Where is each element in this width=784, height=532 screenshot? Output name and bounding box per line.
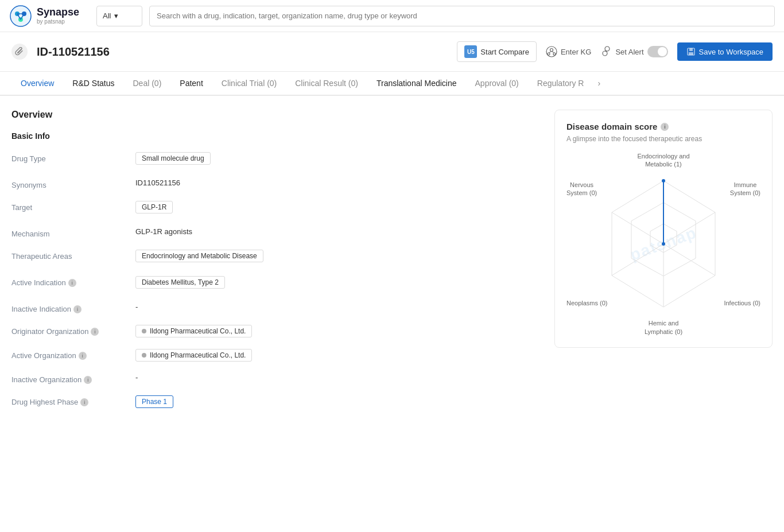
therapeutic-areas-row: Therapeutic Areas Endocrinology and Meta… <box>11 250 541 265</box>
set-alert-toggle[interactable] <box>647 46 668 57</box>
disease-domain-title: Disease domain score i <box>566 122 760 131</box>
active-indication-info-icon[interactable]: i <box>68 279 76 287</box>
inactive-org-info-icon[interactable]: i <box>84 376 92 384</box>
therapeutic-areas-value: Endocrinology and Metabolic Disease <box>135 250 541 265</box>
navbar: Synapse by patsnap All ▾ <box>0 0 784 32</box>
mechanism-value: GLP-1R agonists <box>135 227 541 236</box>
disease-domain-subtitle: A glimpse into the focused therapeutic a… <box>566 135 760 143</box>
enter-kg-label: Enter KG <box>561 48 591 56</box>
originator-org-row: Originator Organization i Ildong Pharmac… <box>11 325 541 337</box>
search-dropdown-value: All <box>103 11 111 20</box>
kg-icon <box>546 46 557 57</box>
search-input[interactable] <box>149 6 775 26</box>
radar-chart-container: patsnap <box>566 152 760 336</box>
inactive-indication-value: - <box>135 302 541 311</box>
logo-area: Synapse by patsnap <box>9 5 90 28</box>
active-org-info-icon[interactable]: i <box>79 352 87 360</box>
synonyms-row: Synonyms ID110521156 <box>11 178 541 189</box>
active-org-label: Active Organization i <box>11 349 126 360</box>
tab-clinical-trial[interactable]: Clinical Trial (0) <box>212 72 286 96</box>
main-content: Overview Basic Info Drug Type Small mole… <box>0 96 784 436</box>
phase-tag: Phase 1 <box>135 395 173 408</box>
active-org-tag: Ildong Pharmaceutical Co., Ltd. <box>135 349 252 362</box>
originator-org-value: Ildong Pharmaceutical Co., Ltd. <box>135 325 541 337</box>
radar-chart <box>583 164 744 324</box>
paperclip-icon <box>15 47 24 56</box>
tab-rnd-status[interactable]: R&D Status <box>63 72 123 96</box>
active-indication-row: Active Indication i Diabetes Mellitus, T… <box>11 276 541 291</box>
tab-clinical-result[interactable]: Clinical Result (0) <box>286 72 367 96</box>
enter-kg-button[interactable]: Enter KG <box>546 46 591 57</box>
target-tag: GLP-1R <box>135 201 173 213</box>
search-dropdown[interactable]: All ▾ <box>96 6 142 26</box>
tab-overview[interactable]: Overview <box>11 72 63 96</box>
tab-approval[interactable]: Approval (0) <box>466 72 528 96</box>
disease-domain-info-icon[interactable]: i <box>661 123 669 131</box>
svg-point-0 <box>10 6 31 26</box>
inactive-org-label: Inactive Organization i <box>11 373 126 384</box>
logo-name: Synapse <box>37 7 79 18</box>
org-dot <box>142 329 146 333</box>
originator-org-tag: Ildong Pharmaceutical Co., Ltd. <box>135 325 252 337</box>
target-label: Target <box>11 201 126 212</box>
originator-org-info-icon[interactable]: i <box>91 328 99 336</box>
therapeutic-areas-tag: Endocrinology and Metabolic Disease <box>135 250 263 262</box>
svg-point-8 <box>550 49 553 52</box>
svg-point-28 <box>662 179 665 182</box>
drug-highest-phase-row: Drug Highest Phase i Phase 1 <box>11 395 541 410</box>
drug-type-row: Drug Type Small molecule drug <box>11 152 541 167</box>
drug-actions: U5 Start Compare Enter KG Set Alert <box>457 41 773 62</box>
drug-highest-phase-label: Drug Highest Phase i <box>11 395 126 406</box>
logo-byline: by patsnap <box>37 18 79 25</box>
drug-type-value: Small molecule drug <box>135 152 541 167</box>
overview-section-title: Overview <box>11 110 541 120</box>
drug-id-text: ID-110521156 <box>37 45 110 59</box>
start-compare-button[interactable]: U5 Start Compare <box>457 41 537 62</box>
start-compare-label: Start Compare <box>480 48 529 56</box>
drug-header: ID-110521156 U5 Start Compare Enter KG <box>0 32 784 72</box>
synapse-logo-icon <box>9 5 32 28</box>
set-alert-label: Set Alert <box>615 48 643 56</box>
target-row: Target GLP-1R <box>11 201 541 216</box>
drug-type-tag: Small molecule drug <box>135 152 211 165</box>
right-panel: Disease domain score i A glimpse into th… <box>554 110 773 422</box>
drug-highest-phase-value: Phase 1 <box>135 395 541 410</box>
active-indication-label: Active Indication i <box>11 276 126 287</box>
left-panel: Overview Basic Info Drug Type Small mole… <box>11 110 541 422</box>
active-indication-value: Diabetes Mellitus, Type 2 <box>135 276 541 291</box>
therapeutic-areas-label: Therapeutic Areas <box>11 250 126 261</box>
inactive-indication-label: Inactive Indication i <box>11 302 126 313</box>
svg-point-29 <box>662 242 665 246</box>
drug-type-label: Drug Type <box>11 152 126 163</box>
save-workspace-button[interactable]: Save to Workspace <box>677 42 773 61</box>
target-value: GLP-1R <box>135 201 541 216</box>
svg-point-10 <box>553 53 556 55</box>
tab-more-icon[interactable]: › <box>593 72 605 96</box>
svg-point-13 <box>605 46 610 51</box>
tab-patent[interactable]: Patent <box>170 72 212 96</box>
tab-deal[interactable]: Deal (0) <box>124 72 171 96</box>
drug-highest-phase-info-icon[interactable]: i <box>80 398 88 406</box>
inactive-indication-info-icon[interactable]: i <box>73 305 81 313</box>
svg-rect-17 <box>689 48 693 51</box>
tab-regulatory[interactable]: Regulatory R <box>528 72 593 96</box>
inactive-indication-row: Inactive Indication i - <box>11 302 541 313</box>
active-org-value: Ildong Pharmaceutical Co., Ltd. <box>135 349 541 362</box>
synonyms-label: Synonyms <box>11 178 126 189</box>
alert-icon <box>600 46 612 57</box>
svg-line-12 <box>552 52 554 53</box>
mechanism-row: Mechanism GLP-1R agonists <box>11 227 541 238</box>
compare-icon: U5 <box>464 45 477 58</box>
inactive-org-value: - <box>135 373 541 382</box>
drug-id-icon <box>11 44 28 60</box>
save-workspace-label: Save to Workspace <box>699 48 763 56</box>
svg-point-14 <box>603 51 607 56</box>
tab-translational-medicine[interactable]: Translational Medicine <box>367 72 466 96</box>
svg-point-9 <box>548 53 550 55</box>
disease-domain-card: Disease domain score i A glimpse into th… <box>554 110 773 348</box>
mechanism-label: Mechanism <box>11 227 126 238</box>
synonyms-value: ID110521156 <box>135 178 541 187</box>
svg-rect-18 <box>689 52 693 55</box>
save-icon <box>686 47 696 56</box>
basic-info-title: Basic Info <box>11 131 541 141</box>
